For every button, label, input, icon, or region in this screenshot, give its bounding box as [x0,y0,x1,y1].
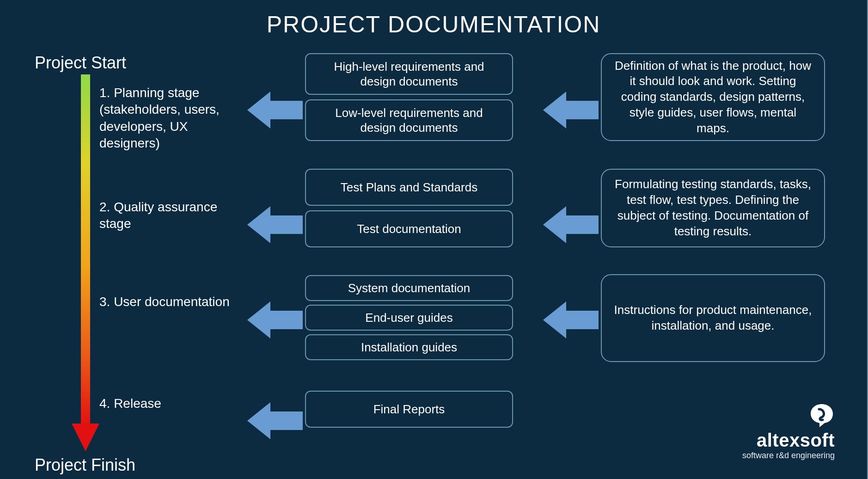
svg-marker-2 [247,92,303,129]
timeline-start-label: Project Start [35,53,126,73]
svg-marker-8 [543,301,599,338]
box-end-user: End-user guides [305,305,513,331]
logo: altexsoft software r&d engineering [742,402,835,461]
box-install: Installation guides [305,334,513,360]
svg-marker-6 [543,92,599,129]
timeline-arrow-icon [72,74,99,454]
box-low-level-req: Low-level requirements and design docume… [305,99,513,141]
arrow-left-icon [247,402,303,439]
desc-userdoc: Instructions for product maintenance, in… [601,274,825,362]
arrow-left-icon [543,206,599,243]
arrow-left-icon [247,206,303,243]
box-test-doc: Test documentation [305,210,513,247]
stage-1-label: 1. Planning stage (stakeholders, users, … [99,85,247,152]
svg-marker-7 [543,206,599,243]
stage-4-label: 4. Release [99,395,247,412]
arrow-left-icon [543,301,599,338]
arrow-left-icon [247,301,303,338]
svg-marker-4 [247,301,303,338]
desc-planning: Definition of what is the product, how i… [601,53,825,141]
logo-bubble-icon [809,402,835,428]
svg-marker-5 [247,402,303,439]
svg-marker-1 [72,424,99,451]
box-system-doc: System documentation [305,275,513,301]
svg-marker-3 [247,206,303,243]
arrow-left-icon [247,92,303,129]
timeline-finish-label: Project Finish [35,455,135,475]
stage-3-label: 3. User documentation [99,294,247,310]
page-title: PROJECT DOCUMENTATION [0,11,867,38]
logo-sub-text: software r&d engineering [742,451,835,461]
desc-qa: Formulating testing standards, tasks, te… [601,169,825,247]
svg-rect-0 [81,74,90,426]
logo-brand-text: altexsoft [742,430,835,451]
arrow-left-icon [543,92,599,129]
box-final-reports: Final Reports [305,391,513,428]
box-test-plans: Test Plans and Standards [305,169,513,206]
stage-2-label: 2. Quality assurance stage [99,199,247,233]
box-high-level-req: High-level requirements and design docum… [305,53,513,95]
